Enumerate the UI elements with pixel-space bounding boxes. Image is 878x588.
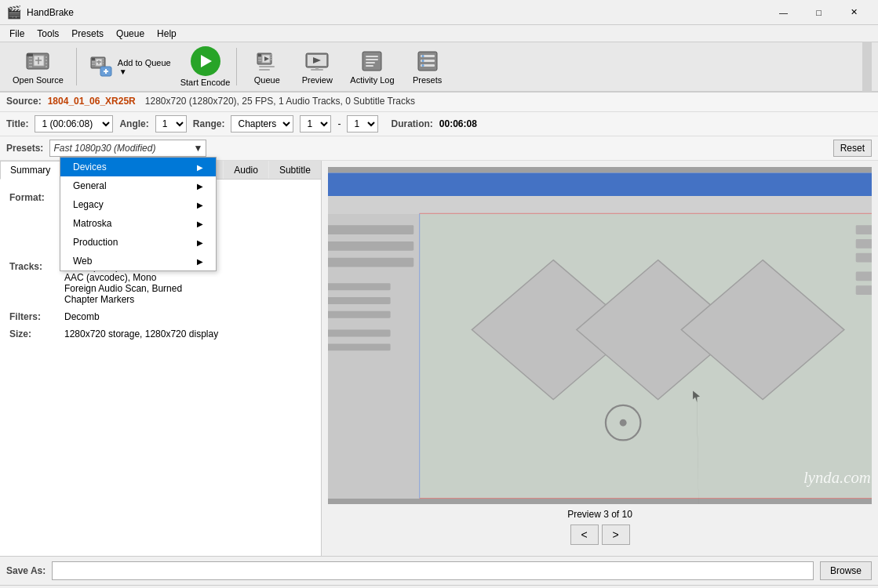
tab-summary[interactable]: Summary: [0, 161, 60, 180]
tab-subtitles[interactable]: Subtitle: [269, 161, 321, 179]
angle-select[interactable]: 1: [155, 115, 187, 132]
svg-rect-7: [46, 60, 47, 61]
svg-rect-44: [366, 59, 378, 60]
svg-rect-36: [259, 69, 270, 71]
title-field-label: Title:: [6, 118, 28, 129]
queue-icon: [254, 49, 279, 74]
svg-rect-6: [46, 56, 47, 58]
track-3: Chapter Markers: [64, 294, 182, 305]
queue-button[interactable]: Queue: [243, 45, 290, 89]
presets-value: Fast 1080p30 (Modified): [53, 143, 155, 154]
source-info: 1280x720 (1280x720), 25 FPS, 1 Audio Tra…: [145, 96, 415, 107]
tab-audio[interactable]: Audio: [224, 161, 268, 179]
svg-point-53: [421, 64, 424, 67]
svg-rect-3: [29, 60, 32, 61]
range-start-select[interactable]: 1: [300, 115, 331, 132]
source-name: 1804_01_06_XR25R: [48, 96, 136, 107]
menu-presets[interactable]: Presets: [65, 27, 110, 41]
svg-rect-8: [46, 63, 47, 64]
queue-label: Queue: [254, 75, 280, 85]
dropdown-item-legacy[interactable]: Legacy ▶: [60, 195, 216, 214]
menu-tools[interactable]: Tools: [31, 27, 65, 41]
menu-file[interactable]: File: [3, 27, 31, 41]
title-row: Title: 1 (00:06:08) Angle: 1 Range: Chap…: [0, 112, 878, 136]
presets-row: Presets: Fast 1080p30 (Modified) ▼ Devic…: [0, 136, 878, 161]
activity-log-button[interactable]: Activity Log: [344, 45, 400, 89]
svg-point-52: [421, 60, 424, 62]
presets-label: Presets:: [6, 143, 43, 154]
svg-rect-19: [103, 63, 104, 64]
preview-prev-button[interactable]: <: [570, 524, 599, 545]
minimize-button[interactable]: —: [766, 0, 801, 25]
duration-label: Duration:: [391, 118, 432, 129]
add-queue-arrow: ▼: [119, 67, 127, 76]
devices-chevron-icon: ▶: [197, 163, 203, 172]
svg-rect-46: [366, 65, 373, 67]
app-title: HandBrake: [27, 7, 766, 18]
angle-label: Angle:: [119, 118, 148, 129]
presets-dropdown[interactable]: Fast 1080p30 (Modified) ▼: [49, 140, 206, 157]
filters-label: Filters:: [9, 311, 64, 322]
toolbar-separator-2: [236, 48, 237, 85]
start-encode-button[interactable]: [191, 46, 220, 76]
activity-log-label: Activity Log: [350, 75, 394, 85]
preview-button[interactable]: Preview: [293, 45, 341, 89]
svg-rect-75: [856, 285, 872, 295]
add-to-queue-label: Add to Queue: [118, 58, 171, 67]
svg-rect-76: [328, 225, 413, 234]
svg-rect-14: [92, 58, 95, 60]
svg-rect-30: [271, 54, 271, 56]
browse-save-button[interactable]: Browse: [820, 561, 872, 580]
presets-dropdown-menu: Devices ▶ General ▶ Legacy ▶ Matroska ▶ …: [60, 157, 217, 271]
svg-rect-80: [328, 297, 391, 304]
dropdown-item-general[interactable]: General ▶: [60, 176, 216, 195]
filters-value: Decomb: [64, 311, 100, 322]
size-section: Size: 1280x720 storage, 1280x720 display: [9, 328, 311, 339]
svg-point-51: [421, 55, 424, 57]
dropdown-item-web[interactable]: Web ▶: [60, 252, 216, 270]
svg-rect-74: [856, 271, 872, 281]
tracks-label: Tracks:: [9, 261, 64, 272]
presets-icon: [415, 49, 440, 74]
svg-text:lynda.com: lynda.com: [803, 469, 871, 487]
toolbar-scrollbar[interactable]: [862, 42, 872, 92]
menu-help[interactable]: Help: [151, 27, 183, 41]
range-select[interactable]: Chapters: [231, 115, 293, 132]
open-source-button[interactable]: Open Source: [6, 45, 70, 89]
presets-toolbar-button[interactable]: Presets: [404, 45, 451, 89]
dropdown-item-production[interactable]: Production ▶: [60, 233, 216, 252]
svg-point-69: [620, 419, 627, 426]
save-as-input[interactable]: [52, 561, 814, 580]
title-select[interactable]: 1 (00:06:08): [35, 115, 113, 132]
maximize-button[interactable]: □: [801, 0, 836, 25]
svg-rect-18: [103, 60, 104, 62]
toolbar: Open Source Add to Queue ▼: [0, 42, 878, 93]
svg-rect-45: [366, 62, 375, 64]
svg-rect-2: [29, 56, 32, 58]
size-value: 1280x720 storage, 1280x720 display: [64, 328, 218, 339]
general-chevron-icon: ▶: [197, 182, 203, 191]
menu-queue[interactable]: Queue: [110, 27, 151, 41]
svg-rect-42: [362, 52, 381, 71]
reset-button[interactable]: Reset: [833, 140, 872, 157]
svg-rect-5: [29, 66, 32, 67]
dropdown-item-matroska[interactable]: Matroska ▶: [60, 214, 216, 233]
svg-rect-71: [856, 225, 872, 234]
statusbar: Ready When Done: Do nothing: [0, 585, 878, 588]
right-panel: lynda.com Preview 3 of 10 <: [322, 161, 878, 556]
preview-icon: [304, 49, 330, 74]
activity-log-icon: [359, 49, 384, 74]
dropdown-item-devices[interactable]: Devices ▶: [60, 158, 216, 176]
svg-rect-83: [328, 343, 391, 350]
svg-rect-79: [328, 283, 391, 290]
add-to-queue-button[interactable]: Add to Queue ▼: [83, 45, 177, 89]
preview-next-button[interactable]: >: [602, 524, 630, 545]
preview-area: lynda.com: [328, 167, 872, 504]
svg-rect-1: [27, 53, 33, 56]
size-label: Size:: [9, 328, 64, 339]
web-chevron-icon: ▶: [197, 257, 203, 266]
range-end-select[interactable]: 1: [347, 115, 378, 132]
svg-rect-43: [366, 56, 378, 57]
preview-image: lynda.com: [328, 167, 872, 504]
close-button[interactable]: ✕: [836, 0, 872, 25]
